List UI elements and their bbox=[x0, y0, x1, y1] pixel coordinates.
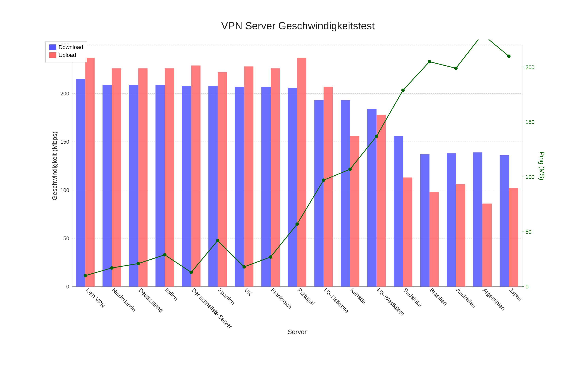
svg-text:Spanien: Spanien bbox=[217, 287, 236, 306]
svg-rect-52 bbox=[429, 192, 439, 287]
svg-rect-37 bbox=[235, 87, 244, 287]
svg-text:Geschwindigkeit (Mbps): Geschwindigkeit (Mbps) bbox=[51, 131, 58, 200]
chart-container: VPN Server Geschwindigkeitstest 05010015… bbox=[8, 8, 580, 383]
svg-rect-34 bbox=[191, 65, 200, 287]
svg-rect-42 bbox=[297, 58, 306, 287]
svg-text:150: 150 bbox=[60, 139, 69, 145]
svg-rect-26 bbox=[85, 58, 95, 287]
svg-text:Brasilien: Brasilien bbox=[429, 287, 449, 307]
legend: Download Upload bbox=[45, 41, 87, 62]
svg-text:Frankreich: Frankreich bbox=[270, 287, 293, 310]
svg-rect-35 bbox=[208, 86, 217, 287]
svg-point-60 bbox=[110, 266, 113, 270]
svg-rect-33 bbox=[182, 86, 191, 287]
svg-point-66 bbox=[269, 255, 272, 259]
svg-rect-45 bbox=[341, 100, 350, 287]
svg-rect-41 bbox=[288, 88, 297, 287]
svg-point-71 bbox=[401, 88, 405, 92]
svg-text:100: 100 bbox=[60, 187, 69, 193]
svg-text:100: 100 bbox=[525, 174, 534, 180]
svg-rect-58 bbox=[509, 188, 518, 287]
svg-point-59 bbox=[83, 274, 87, 277]
svg-rect-57 bbox=[500, 155, 509, 287]
svg-point-63 bbox=[190, 271, 193, 274]
svg-text:0: 0 bbox=[66, 284, 69, 290]
svg-text:Server: Server bbox=[288, 328, 307, 335]
svg-rect-36 bbox=[217, 72, 227, 287]
svg-text:US-Ostküste: US-Ostküste bbox=[323, 287, 350, 314]
svg-point-62 bbox=[163, 253, 166, 256]
svg-point-65 bbox=[242, 265, 246, 269]
legend-upload-color bbox=[49, 52, 56, 58]
svg-point-72 bbox=[428, 60, 431, 63]
svg-text:Australien: Australien bbox=[455, 287, 477, 309]
svg-text:US-Westküste: US-Westküste bbox=[376, 287, 406, 317]
svg-rect-27 bbox=[102, 85, 112, 287]
svg-point-69 bbox=[348, 167, 352, 171]
svg-rect-30 bbox=[138, 68, 147, 287]
legend-upload-label: Upload bbox=[59, 52, 76, 58]
svg-text:Italien: Italien bbox=[164, 287, 179, 302]
svg-text:200: 200 bbox=[60, 91, 69, 97]
legend-upload: Upload bbox=[49, 52, 83, 58]
svg-rect-38 bbox=[244, 66, 253, 287]
svg-text:150: 150 bbox=[525, 119, 534, 125]
svg-rect-48 bbox=[376, 115, 386, 287]
svg-rect-28 bbox=[112, 68, 121, 287]
svg-rect-54 bbox=[456, 184, 465, 287]
svg-rect-50 bbox=[403, 178, 412, 287]
legend-download-label: Download bbox=[59, 44, 83, 50]
svg-rect-49 bbox=[393, 136, 403, 287]
svg-text:Niederlande: Niederlande bbox=[111, 287, 137, 313]
svg-rect-44 bbox=[324, 87, 333, 287]
svg-text:Argentinien: Argentinien bbox=[481, 287, 506, 311]
chart-title: VPN Server Geschwindigkeitstest bbox=[40, 20, 557, 32]
svg-point-70 bbox=[375, 135, 378, 138]
svg-point-75 bbox=[507, 54, 511, 58]
svg-rect-55 bbox=[473, 152, 482, 287]
svg-text:50: 50 bbox=[525, 229, 531, 235]
svg-point-68 bbox=[322, 178, 325, 182]
svg-rect-25 bbox=[76, 79, 85, 287]
svg-text:Japan: Japan bbox=[508, 287, 523, 302]
legend-download: Download bbox=[49, 44, 83, 50]
svg-rect-51 bbox=[420, 154, 429, 287]
chart-svg: 050100150200250050100150200Kein VPNNiede… bbox=[40, 39, 557, 340]
chart-area: 050100150200250050100150200Kein VPNNiede… bbox=[40, 39, 557, 340]
svg-text:Ping (MS): Ping (MS) bbox=[538, 152, 545, 180]
svg-text:Südafrika: Südafrika bbox=[402, 287, 424, 308]
svg-point-73 bbox=[454, 66, 457, 70]
svg-point-67 bbox=[295, 222, 299, 226]
svg-rect-46 bbox=[350, 136, 359, 287]
svg-text:Portugal: Portugal bbox=[296, 287, 316, 306]
svg-rect-56 bbox=[482, 203, 492, 287]
svg-rect-29 bbox=[129, 85, 138, 287]
legend-download-color bbox=[49, 44, 56, 50]
svg-point-64 bbox=[216, 239, 219, 242]
svg-text:Kanada: Kanada bbox=[349, 287, 368, 305]
svg-text:UK: UK bbox=[243, 287, 253, 297]
svg-text:Deutschland: Deutschland bbox=[137, 287, 164, 313]
svg-rect-40 bbox=[271, 68, 280, 287]
svg-rect-53 bbox=[447, 153, 456, 287]
svg-text:0: 0 bbox=[525, 284, 528, 290]
svg-text:200: 200 bbox=[525, 64, 534, 70]
svg-point-61 bbox=[136, 262, 140, 265]
svg-text:Kein VPN: Kein VPN bbox=[84, 287, 106, 309]
svg-text:50: 50 bbox=[63, 235, 69, 241]
